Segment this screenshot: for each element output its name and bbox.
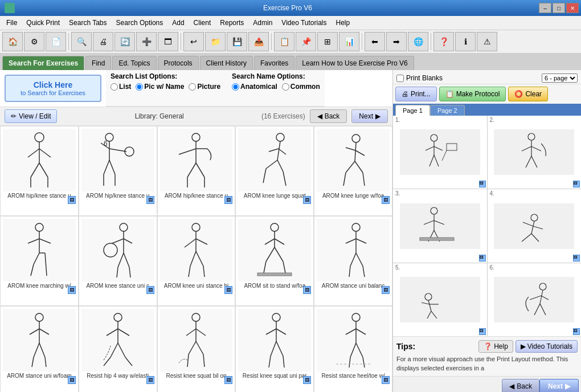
toolbar-folder[interactable]: 📁 — [205, 32, 226, 51]
exercise-cell-9[interactable]: 🖼 AROM stance uni balanc — [314, 216, 392, 306]
exercise-cell-12[interactable]: 🖼 Resist knee squat bil on — [157, 306, 236, 392]
toolbar-paste[interactable]: 📌 — [296, 32, 316, 51]
preview-cell-3[interactable]: 3. 🖼 — [393, 189, 487, 262]
tab-favorites[interactable]: Favorites — [254, 56, 294, 70]
menu-file[interactable]: File — [2, 17, 21, 28]
exercise-label-1: AROM hip/knee stance u — [81, 193, 154, 199]
video-tutorials-button[interactable]: ▶ Video Tutorials — [515, 340, 578, 353]
menu-quick-print[interactable]: Quick Print — [22, 17, 64, 28]
menu-client[interactable]: Client — [190, 17, 215, 28]
back-button[interactable]: ◀ Back — [310, 109, 347, 123]
exercise-cell-6[interactable]: 🖼 AROM knee stance uni c — [79, 216, 157, 306]
menu-search-options[interactable]: Search Options — [112, 17, 167, 28]
preview-cell-6[interactable]: 6. 🖼 — [488, 263, 582, 336]
toolbar-forward[interactable]: ➡ — [386, 32, 407, 51]
tab-learn[interactable]: Learn How to Use Exercise Pro V6 — [296, 56, 414, 70]
toolbar-window[interactable]: 🗖 — [158, 32, 178, 51]
preview-cell-1[interactable]: 1. 🖼 — [393, 116, 487, 189]
exercise-cell-13[interactable]: 🖼 Resist knee squat uni par — [235, 306, 314, 392]
exercise-cell-4[interactable]: 🖼 AROM knee lunge w/foa — [314, 126, 392, 216]
radio-common[interactable]: Common — [282, 83, 320, 91]
svg-line-136 — [531, 146, 541, 151]
print-button[interactable]: 🖨 Print... — [395, 87, 437, 101]
toolbar-globe[interactable]: 🌐 — [408, 32, 428, 51]
view-edit-button[interactable]: ✏ View / Edit — [5, 109, 57, 123]
exercise-cell-3[interactable]: 🖼 AROM knee lunge squat — [235, 126, 314, 216]
toolbar-undo[interactable]: ↩ — [183, 32, 204, 51]
exercise-img-6 — [81, 219, 154, 281]
back-bottom-button[interactable]: ◀ Back — [502, 379, 539, 392]
click-here-box[interactable]: Click Here to Search for Exercises — [5, 75, 101, 102]
bottom-bar: ◀ Back Next ▶ — [393, 376, 581, 392]
exercise-cell-14[interactable]: 🖼 Resist stance heel/toe w/ — [314, 306, 392, 392]
toolbar-back[interactable]: ⬅ — [365, 32, 385, 51]
toolbar-print[interactable]: 🖨 — [93, 32, 113, 51]
toolbar: 🏠 ⚙ 📄 🔍 🖨 🔄 ➕ 🗖 ↩ 📁 💾 📤 📋 📌 ⊞ 📊 ⬅ ➡ 🌐 ❓ … — [0, 30, 581, 54]
make-protocol-button[interactable]: 📋 Make Protocol — [439, 87, 506, 101]
toolbar-refresh[interactable]: 🔄 — [114, 32, 135, 51]
exercise-cell-7[interactable]: 🖼 AROM knee uni stance hi — [157, 216, 236, 306]
menu-help[interactable]: Help — [332, 17, 354, 28]
tab-protocols[interactable]: Protocols — [158, 56, 199, 70]
clear-button[interactable]: ⭕ Clear — [508, 87, 548, 101]
toolbar-settings[interactable]: ⚙ — [24, 32, 44, 51]
radio-list[interactable]: List — [111, 83, 131, 91]
toolbar-help[interactable]: ❓ — [433, 32, 454, 51]
toolbar-document[interactable]: 📄 — [46, 32, 66, 51]
preview-icon-1: 🖼 — [479, 181, 486, 187]
menu-admin[interactable]: Admin — [249, 17, 276, 28]
tab-search-exercises[interactable]: Search For Exercises — [2, 56, 84, 70]
radio-picture[interactable]: Picture — [189, 83, 220, 91]
menu-search-tabs[interactable]: Search Tabs — [65, 17, 111, 28]
maximize-button[interactable]: □ — [553, 3, 565, 13]
toolbar-chart[interactable]: 📊 — [339, 32, 359, 51]
next-button[interactable]: Next ▶ — [351, 109, 388, 123]
preview-cell-5[interactable]: 5. 🖼 — [393, 263, 487, 336]
exercise-cell-10[interactable]: 🖼 AROM stance uni w/foam — [0, 306, 79, 392]
preview-cell-2[interactable]: 2. 🖼 — [488, 116, 582, 189]
svg-line-38 — [346, 161, 355, 173]
menu-video-tutorials[interactable]: Video Tutorials — [277, 17, 330, 28]
preview-cell-4[interactable]: 4. 🖼 — [488, 189, 582, 262]
exercise-cell-11[interactable]: 🖼 Resist hip 4 way w/elasti — [79, 306, 157, 392]
radio-anatomical[interactable]: Anatomical — [232, 83, 277, 91]
print-blanks-label[interactable]: Print Blanks — [396, 74, 443, 82]
tab-ed-topics[interactable]: Ed. Topics — [112, 56, 156, 70]
tips-section: Tips: ❓ Help ▶ Video Tutorials For a mor… — [393, 336, 581, 376]
page-tab-2[interactable]: Page 2 — [430, 105, 465, 116]
toolbar-add[interactable]: ➕ — [136, 32, 157, 51]
exercise-cell-8[interactable]: 🖼 AROM sit to stand w/foa — [235, 216, 314, 306]
exercise-figure-9 — [333, 222, 373, 279]
tab-client-history[interactable]: Client History — [200, 56, 253, 70]
exercise-img-7 — [160, 219, 233, 281]
toolbar-table[interactable]: ⊞ — [317, 32, 338, 51]
exercise-cell-1[interactable]: 6 🖼 AROM hip/knee stance u — [79, 126, 157, 216]
menu-reports[interactable]: Reports — [216, 17, 248, 28]
close-button[interactable]: ✕ — [566, 3, 579, 13]
clear-icon: ⭕ — [514, 90, 523, 98]
help-button[interactable]: ❓ Help — [478, 340, 513, 353]
page-tab-1[interactable]: Page 1 — [395, 105, 430, 116]
radio-pic-name[interactable]: Pic w/ Name — [136, 83, 184, 91]
toolbar-save[interactable]: 💾 — [227, 32, 247, 51]
print-blanks-checkbox[interactable] — [396, 75, 404, 82]
main-layout: Click Here to Search for Exercises Searc… — [0, 70, 581, 392]
toolbar-copy[interactable]: 📋 — [274, 32, 294, 51]
toolbar-search[interactable]: 🔍 — [71, 32, 92, 51]
minimize-button[interactable]: – — [539, 3, 551, 13]
svg-line-80 — [350, 253, 356, 266]
page-size-select[interactable]: 6 - page 4 - page 2 - page 1 - page — [542, 74, 578, 83]
exercise-cell-0[interactable]: 🖼 AROM hip/knee stance u — [0, 126, 79, 216]
tab-find[interactable]: Find — [85, 56, 111, 70]
toolbar-home[interactable]: 🏠 — [2, 32, 23, 51]
toolbar-warning[interactable]: ⚠ — [477, 32, 497, 51]
exercise-cell-5[interactable]: 🖼 AROM knee marching w/ — [0, 216, 79, 306]
exercise-cell-2[interactable]: 🖼 AROM hip/knee stance u — [157, 126, 236, 216]
svg-line-129 — [429, 155, 434, 166]
menu-add[interactable]: Add — [168, 17, 188, 28]
toolbar-upload[interactable]: 📤 — [248, 32, 269, 51]
toolbar-info[interactable]: ℹ — [455, 32, 476, 51]
svg-line-15 — [109, 160, 115, 174]
svg-line-142 — [434, 220, 444, 224]
next-bottom-button[interactable]: Next ▶ — [539, 379, 579, 392]
